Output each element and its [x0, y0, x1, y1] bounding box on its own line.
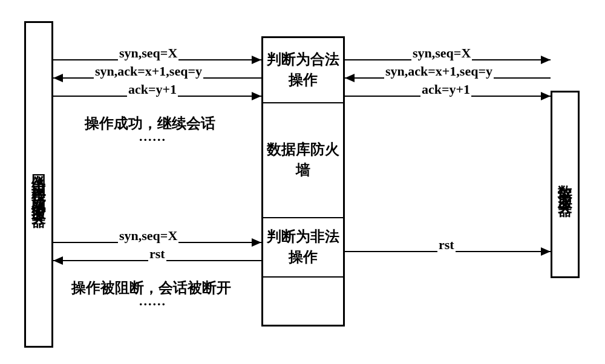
arrow-b3-label: ack=y+1: [420, 82, 471, 97]
center-section-firewall: 数据库防火墙: [263, 103, 343, 218]
arrow-b1-label: syn,seq=X: [411, 45, 472, 61]
arrow-d1-head: [541, 247, 551, 256]
arrow-b1-head: [541, 56, 551, 64]
arrow-a1-label: syn,seq=X: [118, 45, 178, 61]
arrow-a1-head: [252, 56, 261, 64]
arrow-a3-label: ack=y+1: [127, 82, 178, 97]
arrow-b3-head: [541, 92, 551, 100]
note-blocked-dots: ······: [139, 296, 166, 312]
note-blocked: 操作被阻断，会话被断开: [71, 278, 231, 297]
arrow-c2-label: rst: [148, 246, 166, 262]
arrow-b2-label: syn,ack=x+1,seq=y: [384, 63, 494, 79]
arrow-c1-head: [252, 238, 261, 247]
note-success-dots: ······: [139, 132, 166, 148]
center-section-illegal: 判断为非法操作: [263, 218, 343, 278]
arrow-c2-head: [53, 256, 63, 265]
arrow-b2-head: [345, 74, 355, 82]
note-success: 操作成功，继续会话: [85, 114, 215, 133]
arrow-c1-label: syn,seq=X: [118, 228, 178, 244]
center-section-legal: 判断为合法操作: [263, 38, 343, 103]
arrow-d1-label: rst: [437, 237, 456, 253]
center-section-bottom: [263, 278, 343, 326]
left-actor-box: 网络应用程序或网络服务器: [24, 21, 53, 348]
arrow-a2-label: syn,ack=x+1,seq=y: [94, 63, 203, 79]
center-firewall-box: 判断为合法操作 数据库防火墙 判断为非法操作: [261, 36, 345, 327]
left-actor-label: 网络应用程序或网络服务器: [31, 163, 46, 206]
arrow-a2-head: [53, 74, 63, 82]
right-actor-box: 数据库服务器: [551, 91, 580, 278]
right-actor-label: 数据库服务器: [558, 174, 572, 195]
arrow-a3-head: [252, 92, 261, 100]
